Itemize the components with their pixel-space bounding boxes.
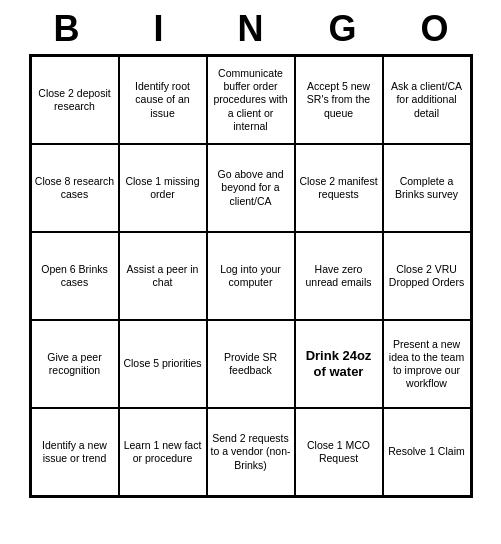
- cell-0-1: Identify root cause of an issue: [119, 56, 207, 144]
- cell-2-2: Log into your computer: [207, 232, 295, 320]
- cell-2-1: Assist a peer in chat: [119, 232, 207, 320]
- title-row: B I N G O: [21, 0, 481, 54]
- cell-2-0: Open 6 Brinks cases: [31, 232, 119, 320]
- cell-4-3: Close 1 MCO Request: [295, 408, 383, 496]
- letter-i: I: [119, 8, 199, 50]
- cell-3-3: Drink 24oz of water: [295, 320, 383, 408]
- cell-1-3: Close 2 manifest requests: [295, 144, 383, 232]
- cell-4-2: Send 2 requests to a vendor (non-Brinks): [207, 408, 295, 496]
- letter-g: G: [303, 8, 383, 50]
- cell-1-1: Close 1 missing order: [119, 144, 207, 232]
- letter-n: N: [211, 8, 291, 50]
- cell-4-0: Identify a new issue or trend: [31, 408, 119, 496]
- cell-3-0: Give a peer recognition: [31, 320, 119, 408]
- bingo-grid: Close 2 deposit research Identify root c…: [29, 54, 473, 498]
- cell-4-4: Resolve 1 Claim: [383, 408, 471, 496]
- cell-1-0: Close 8 research cases: [31, 144, 119, 232]
- cell-2-3: Have zero unread emails: [295, 232, 383, 320]
- cell-0-3: Accept 5 new SR's from the queue: [295, 56, 383, 144]
- cell-1-2: Go above and beyond for a client/CA: [207, 144, 295, 232]
- cell-3-1: Close 5 priorities: [119, 320, 207, 408]
- cell-4-1: Learn 1 new fact or procedure: [119, 408, 207, 496]
- letter-b: B: [27, 8, 107, 50]
- cell-0-0: Close 2 deposit research: [31, 56, 119, 144]
- cell-0-2: Communicate buffer order procedures with…: [207, 56, 295, 144]
- cell-3-2: Provide SR feedback: [207, 320, 295, 408]
- cell-0-4: Ask a client/CA for additional detail: [383, 56, 471, 144]
- cell-3-4: Present a new idea to the team to improv…: [383, 320, 471, 408]
- cell-1-4: Complete a Brinks survey: [383, 144, 471, 232]
- letter-o: O: [395, 8, 475, 50]
- cell-2-4: Close 2 VRU Dropped Orders: [383, 232, 471, 320]
